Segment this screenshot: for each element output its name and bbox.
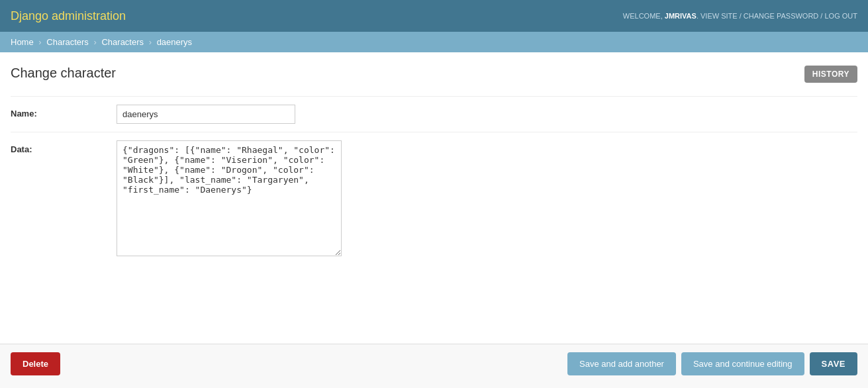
welcome-text: WELCOME, — [623, 12, 663, 20]
breadcrumb-object: daenerys — [157, 37, 192, 47]
name-label: Name: — [11, 105, 117, 119]
content-main: Change character HISTORY Name: Data: {"d… — [0, 52, 868, 344]
data-label: Data: — [11, 140, 117, 154]
name-input[interactable] — [117, 105, 295, 124]
breadcrumb-separator-1: › — [38, 37, 41, 47]
form-row-name: Name: — [11, 96, 857, 132]
save-add-another-button[interactable]: Save and add another — [567, 352, 676, 375]
breadcrumb: Home › Characters › Characters › daenery… — [0, 32, 868, 52]
breadcrumb-separator-2: › — [93, 37, 96, 47]
breadcrumb-app[interactable]: Characters — [46, 37, 89, 47]
save-button[interactable]: SAVE — [810, 352, 857, 375]
username: JMRIVAS — [665, 12, 697, 20]
breadcrumb-model[interactable]: Characters — [101, 37, 144, 47]
change-password-link[interactable]: CHANGE PASSWORD — [744, 12, 818, 20]
breadcrumb-separator-3: › — [149, 37, 152, 47]
form-row-data: Data: {"dragons": [{"name": "Rhaegal", "… — [11, 132, 857, 264]
data-textarea[interactable]: {"dragons": [{"name": "Rhaegal", "color"… — [117, 140, 342, 256]
user-info: WELCOME, JMRIVAS. VIEW SITE / CHANGE PAS… — [623, 12, 857, 20]
page-title: Change character — [11, 66, 116, 81]
header: Django administration WELCOME, JMRIVAS. … — [0, 0, 868, 32]
footer: Delete Save and add another Save and con… — [0, 344, 868, 383]
site-title[interactable]: Django administration — [11, 9, 126, 23]
view-site-link[interactable]: VIEW SITE — [700, 12, 738, 20]
content-header: Change character HISTORY — [11, 66, 857, 83]
save-actions: Save and add another Save and continue e… — [567, 352, 857, 375]
history-button[interactable]: HISTORY — [804, 66, 857, 83]
save-continue-button[interactable]: Save and continue editing — [681, 352, 804, 375]
breadcrumb-home[interactable]: Home — [11, 37, 34, 47]
change-form: Name: Data: {"dragons": [{"name": "Rhaeg… — [11, 96, 857, 264]
delete-button[interactable]: Delete — [11, 352, 60, 375]
log-out-link[interactable]: LOG OUT — [824, 12, 857, 20]
